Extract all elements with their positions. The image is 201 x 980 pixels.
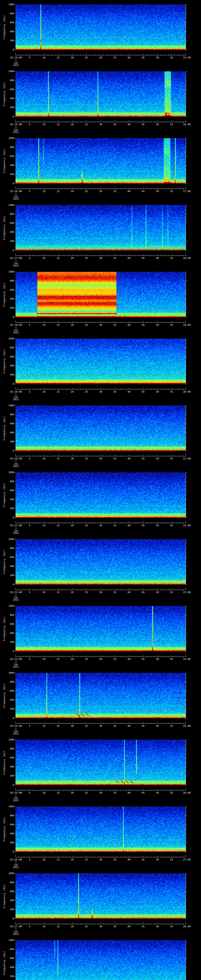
x-tick-label: 35 bbox=[113, 658, 116, 660]
x-tick-label: 45 bbox=[142, 524, 145, 527]
x-end-time-label: 17:00 bbox=[183, 190, 191, 192]
x-end-time-label: 25:00 bbox=[183, 725, 191, 727]
y-axis-title: Frequency (Hz) bbox=[3, 15, 5, 40]
x-tick-label: 35 bbox=[113, 123, 116, 126]
y-tick-label: 200 bbox=[10, 374, 14, 376]
x-tick-label: 45 bbox=[142, 123, 145, 126]
y-tick-label: 800 bbox=[10, 547, 14, 549]
x-tick-label: 45 bbox=[142, 591, 145, 593]
y-tick-label: 400 bbox=[10, 164, 14, 166]
y-axis-title: Frequency (Hz) bbox=[3, 349, 5, 374]
x-tick-label: 30 bbox=[99, 391, 102, 393]
x-tick-label: 10 bbox=[42, 792, 46, 794]
y-tick-label: 0 bbox=[13, 249, 14, 251]
spectrogram-panel: Frequency (Hz)0200400600800100019:27:005… bbox=[0, 869, 201, 936]
x-tick-label: 5 bbox=[29, 859, 30, 861]
x-tick-label: 25 bbox=[85, 190, 88, 192]
x-tick-label: 10 bbox=[42, 123, 46, 126]
x-tick-label: 5 bbox=[29, 658, 30, 660]
y-tick-label: 0 bbox=[13, 115, 14, 118]
y-axis-title: Frequency (Hz) bbox=[3, 82, 5, 106]
y-tick-label: 800 bbox=[10, 614, 14, 616]
spectrogram-panel: Frequency (Hz)0200400600800100019:19:005… bbox=[0, 334, 201, 401]
x-tick-label: 50 bbox=[156, 123, 159, 126]
x-tick-label: 55 bbox=[170, 190, 173, 192]
x-tick-label: 30 bbox=[99, 457, 102, 460]
x-tick-label: 15 bbox=[56, 56, 60, 59]
x-tick-label: 35 bbox=[113, 391, 116, 393]
x-tick-label: 55 bbox=[170, 56, 173, 59]
x-tick-label: 20 bbox=[71, 792, 74, 794]
x-tick-label: 30 bbox=[99, 859, 102, 861]
y-tick-label: 400 bbox=[10, 431, 14, 434]
spectrogram-panel: Frequency (Hz)0200400600800100019:17:005… bbox=[0, 200, 201, 267]
y-axis-title: Frequency (Hz) bbox=[3, 216, 5, 240]
y-tick-label: 1000 bbox=[8, 137, 14, 139]
y-tick-label: 0 bbox=[13, 650, 14, 652]
x-tick-label: 30 bbox=[99, 658, 102, 660]
x-tick-label: 55 bbox=[170, 925, 173, 928]
x-tick-label: 20 bbox=[71, 56, 74, 59]
y-tick-label: 0 bbox=[13, 583, 14, 585]
y-tick-label: 400 bbox=[10, 30, 14, 33]
x-tick-label: 15 bbox=[56, 524, 60, 527]
y-axis-title: Frequency (Hz) bbox=[3, 750, 5, 775]
y-tick-label: 600 bbox=[10, 823, 14, 826]
x-tick-label: 35 bbox=[113, 324, 116, 326]
y-tick-label: 600 bbox=[10, 155, 14, 158]
x-tick-label: 50 bbox=[156, 324, 159, 326]
x-start-time-label: 19:14:00 bbox=[10, 56, 22, 59]
x-tick-label: 15 bbox=[56, 725, 60, 727]
y-tick-label: 400 bbox=[10, 832, 14, 835]
x-end-time-label: 28:00 bbox=[183, 925, 191, 928]
y-tick-label: 200 bbox=[10, 975, 14, 977]
x-tick-label: 10 bbox=[42, 725, 46, 727]
x-tick-label: 40 bbox=[128, 123, 131, 126]
y-tick-label: 1000 bbox=[8, 738, 14, 741]
x-tick-label: 45 bbox=[142, 324, 145, 326]
y-tick-label: 1000 bbox=[8, 404, 14, 407]
y-tick-label: 600 bbox=[10, 623, 14, 625]
y-tick-label: 0 bbox=[13, 49, 14, 51]
y-tick-label: 800 bbox=[10, 881, 14, 884]
x-tick-label: 45 bbox=[142, 925, 145, 928]
x-tick-label: 25 bbox=[85, 123, 88, 126]
x-tick-label: 15 bbox=[56, 591, 60, 593]
x-tick-label: 55 bbox=[170, 792, 173, 794]
x-tick-label: 35 bbox=[113, 925, 116, 928]
y-tick-label: 1000 bbox=[8, 605, 14, 607]
x-tick-label: 10 bbox=[42, 591, 46, 593]
y-tick-label: 0 bbox=[13, 851, 14, 853]
y-tick-label: 400 bbox=[10, 699, 14, 701]
x-tick-label: 20 bbox=[71, 859, 74, 861]
date-line: 2015 bbox=[13, 599, 19, 601]
x-tick-label: 45 bbox=[142, 792, 145, 794]
spectrogram-panel: Frequency (Hz)0200400600800100019:28:005… bbox=[0, 936, 201, 980]
x-tick-label: 35 bbox=[113, 859, 116, 861]
x-tick-label: 40 bbox=[128, 792, 131, 794]
x-tick-label: 40 bbox=[128, 457, 131, 460]
x-tick-label: 5 bbox=[29, 725, 30, 727]
x-tick-label: 25 bbox=[85, 658, 88, 660]
x-tick-label: 55 bbox=[170, 257, 173, 259]
spectrogram-panel: Frequency (Hz)0200400600800100019:20:005… bbox=[0, 401, 201, 468]
date-line: 2015 bbox=[13, 198, 19, 200]
x-start-time-label: 19:19:00 bbox=[10, 391, 22, 393]
x-tick-label: 55 bbox=[170, 658, 173, 660]
x-tick-label: 35 bbox=[113, 190, 116, 192]
y-axis-title: Frequency (Hz) bbox=[3, 483, 5, 507]
y-tick-label: 0 bbox=[13, 316, 14, 318]
x-tick-label: 55 bbox=[170, 457, 173, 460]
y-tick-label: 400 bbox=[10, 97, 14, 100]
y-tick-label: 400 bbox=[10, 565, 14, 568]
x-start-time-label: 19:23:00 bbox=[10, 658, 22, 660]
y-tick-label: 200 bbox=[10, 40, 14, 42]
x-tick-label: 20 bbox=[71, 457, 74, 460]
x-tick-label: 45 bbox=[142, 190, 145, 192]
x-tick-label: 50 bbox=[156, 925, 159, 928]
x-tick-label: 40 bbox=[128, 391, 131, 393]
x-tick-label: 40 bbox=[128, 859, 131, 861]
x-tick-label: 45 bbox=[142, 725, 145, 727]
x-tick-label: 5 bbox=[29, 524, 30, 527]
y-tick-label: 600 bbox=[10, 690, 14, 692]
